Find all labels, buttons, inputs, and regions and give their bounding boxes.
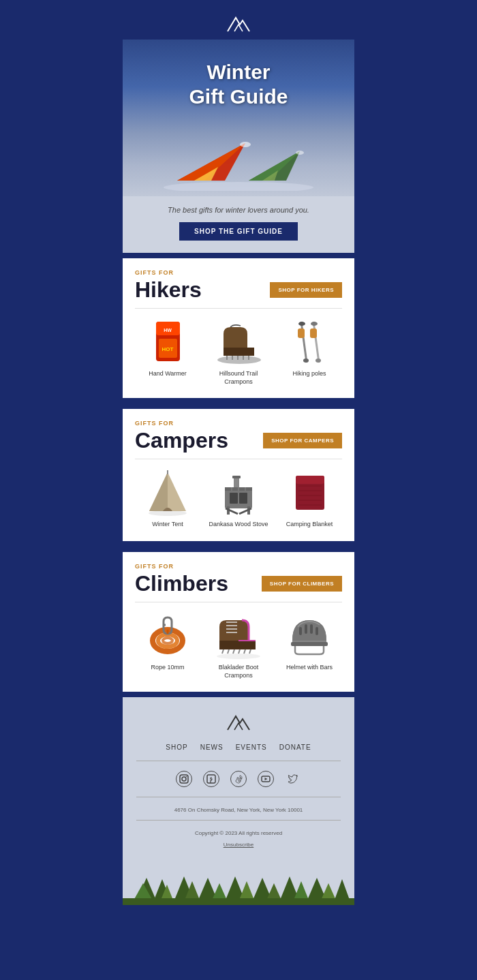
- hikers-gifts-for-label: GIFTS FOR: [135, 269, 342, 276]
- hand-warmer-image: HW HOT: [140, 318, 195, 366]
- svg-point-59: [217, 654, 260, 659]
- hiking-poles-label: Hiking poles: [292, 370, 326, 378]
- shop-climbers-button[interactable]: SHOP FOR CLIMBERS: [262, 576, 342, 592]
- footer-nav-shop[interactable]: SHOP: [166, 744, 187, 751]
- helmet-icon: [286, 612, 333, 660]
- hikers-section: GIFTS FOR Hikers SHOP FOR HIKERS HW HOT: [123, 258, 354, 398]
- email-wrapper: Winter Gift Guide The best gi: [0, 0, 477, 905]
- footer-divider-1: [136, 761, 341, 761]
- hero-title: Winter Gift Guide: [189, 60, 288, 109]
- product-winter-tent: Winter Tent: [135, 469, 200, 529]
- hero-tents-illustration: [123, 116, 354, 191]
- footer-nav-events[interactable]: EVENTS: [236, 744, 267, 751]
- footer-address: 4676 On Chomsky Road, New York, New York…: [174, 807, 303, 813]
- svg-line-69: [249, 649, 251, 654]
- climbers-header: Climbers SHOP FOR CLIMBERS: [135, 571, 342, 596]
- svg-marker-32: [149, 472, 168, 511]
- camping-blanket-label: Camping Blanket: [286, 521, 333, 529]
- svg-rect-42: [239, 493, 247, 504]
- svg-line-67: [238, 649, 240, 654]
- svg-marker-80: [265, 778, 268, 780]
- rope-label: Rope 10mm: [151, 664, 184, 672]
- climbers-gifts-for-label: GIFTS FOR: [135, 563, 342, 570]
- youtube-icon[interactable]: [258, 771, 274, 787]
- svg-rect-28: [298, 328, 305, 338]
- svg-rect-99: [123, 898, 354, 905]
- mountain-logo-icon: [226, 12, 251, 33]
- tiktok-icon[interactable]: [230, 771, 247, 787]
- svg-line-68: [244, 649, 245, 654]
- svg-point-0: [164, 182, 313, 191]
- footer-nav-news[interactable]: NEWS: [200, 744, 224, 751]
- footer: SHOP NEWS EVENTS DONATE: [123, 697, 354, 864]
- rope-image: [140, 612, 195, 660]
- campers-title: Campers: [135, 428, 228, 453]
- svg-line-65: [228, 649, 229, 654]
- footer-nav-donate[interactable]: DONATE: [279, 744, 311, 751]
- campers-divider: [135, 459, 342, 459]
- hero-subtitle-area: The best gifts for winter lovers around …: [123, 196, 354, 253]
- rope-icon: [146, 612, 190, 660]
- campers-header: Campers SHOP FOR CAMPERS: [135, 428, 342, 453]
- climbing-boots-label: Blaklader Boot Crampons: [206, 664, 271, 679]
- svg-line-20: [301, 322, 307, 363]
- svg-point-25: [311, 322, 318, 326]
- svg-rect-29: [310, 328, 317, 338]
- helmet-label: Helmet with Bars: [286, 664, 333, 672]
- footer-nav: SHOP NEWS EVENTS DONATE: [166, 744, 311, 751]
- footer-logo: [226, 711, 251, 734]
- social-icons: [176, 771, 301, 787]
- svg-point-7: [240, 142, 251, 147]
- wood-stove-label: Dankasa Wood Stove: [209, 521, 268, 529]
- svg-text:HOT: HOT: [161, 346, 173, 352]
- crampons-boot-label: Hillsound Trail Crampons: [206, 370, 271, 386]
- svg-point-77: [186, 776, 187, 778]
- svg-text:HW: HW: [164, 328, 172, 333]
- svg-line-64: [222, 649, 224, 654]
- shop-gift-guide-button[interactable]: SHOP THE GIFT GUIDE: [179, 222, 298, 241]
- product-helmet: Helmet with Bars: [277, 612, 342, 679]
- svg-point-8: [296, 151, 304, 155]
- svg-line-24: [313, 322, 319, 363]
- facebook-icon[interactable]: [203, 771, 219, 787]
- campers-gifts-for-label: GIFTS FOR: [135, 420, 342, 427]
- product-wood-stove: Dankasa Wood Stove: [206, 469, 271, 529]
- svg-rect-41: [230, 493, 238, 504]
- product-camping-blanket: Camping Blanket: [277, 469, 342, 529]
- campers-products: Winter Tent: [135, 469, 342, 529]
- product-climbing-boots: Blaklader Boot Crampons: [206, 612, 271, 679]
- hikers-divider: [135, 308, 342, 309]
- winter-tent-image: [140, 469, 195, 517]
- winter-tent-icon: [144, 469, 191, 517]
- hero-section: Winter Gift Guide: [123, 40, 354, 196]
- svg-rect-73: [310, 624, 313, 634]
- unsubscribe-link[interactable]: Unsubscribe: [224, 842, 253, 848]
- svg-point-27: [316, 358, 321, 363]
- winter-tent-label: Winter Tent: [152, 521, 183, 529]
- twitter-icon[interactable]: [285, 771, 301, 787]
- crampons-boot-icon: [213, 320, 264, 365]
- svg-point-76: [182, 777, 186, 781]
- hero-subtitle-text: The best gifts for winter lovers around …: [168, 206, 309, 214]
- hikers-title: Hikers: [135, 277, 202, 303]
- hand-warmer-icon: HW HOT: [149, 318, 187, 366]
- tents-svg: [157, 116, 320, 191]
- camping-blanket-image: [282, 469, 337, 517]
- instagram-icon[interactable]: [176, 771, 192, 787]
- hikers-products: HW HOT Hand Warmer: [135, 318, 342, 386]
- shop-hikers-button[interactable]: SHOP FOR HIKERS: [270, 282, 342, 298]
- svg-rect-70: [291, 642, 328, 646]
- shop-campers-button[interactable]: SHOP FOR CAMPERS: [263, 433, 342, 448]
- product-hiking-poles: Hiking poles: [277, 318, 342, 386]
- footer-copyright: Copyright © 2023 All rights reserved: [195, 830, 282, 836]
- svg-rect-72: [305, 624, 307, 634]
- climbers-products: Rope 10mm: [135, 612, 342, 679]
- svg-rect-74: [316, 627, 318, 635]
- product-rope: Rope 10mm: [135, 612, 200, 679]
- wood-stove-image: [211, 469, 266, 517]
- climbers-title: Climbers: [135, 571, 228, 596]
- svg-point-30: [149, 510, 187, 516]
- svg-point-56: [163, 638, 172, 643]
- climbing-boots-icon: [211, 612, 266, 660]
- footer-trees-decoration: [123, 864, 354, 905]
